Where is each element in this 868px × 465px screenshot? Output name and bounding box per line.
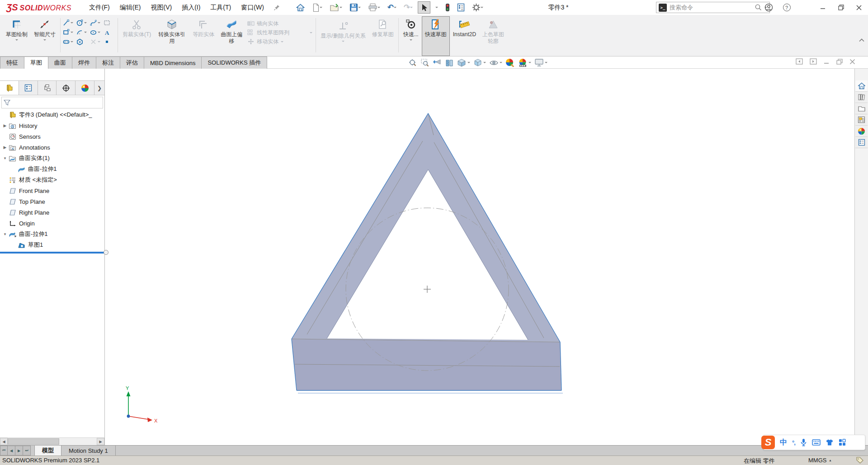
tab-features[interactable]: 特征	[0, 56, 24, 69]
displaymanager-tab[interactable]	[75, 81, 94, 95]
sogou-logo[interactable]: S	[761, 436, 775, 449]
convert-entities-button[interactable]: 转换实体引用	[154, 16, 189, 56]
view-settings-dropdown[interactable]	[545, 62, 547, 63]
menu-tools[interactable]: 工具(T)	[205, 0, 236, 15]
ime-keyboard-icon[interactable]	[812, 439, 821, 446]
ime-menu-icon[interactable]	[839, 439, 846, 446]
scroll-right-button[interactable]: ▶	[97, 438, 104, 445]
restore-button[interactable]	[832, 0, 850, 15]
smart-dimension-dropdown[interactable]	[43, 39, 46, 41]
menu-file[interactable]: 文件(F)	[84, 0, 115, 15]
tree-item-history[interactable]: ▶ History	[0, 120, 104, 131]
triangle-frame-face[interactable]	[292, 113, 560, 342]
tree-item-front-plane[interactable]: Front Plane	[0, 185, 104, 196]
zoom-to-fit-button[interactable]	[408, 58, 417, 67]
ime-skin-icon[interactable]	[826, 439, 834, 446]
property-manager-tab[interactable]	[19, 81, 38, 95]
select-button[interactable]	[418, 1, 430, 14]
new-document-button[interactable]	[310, 1, 325, 14]
spline-dropdown[interactable]	[98, 22, 100, 23]
doc-close-icon[interactable]	[849, 59, 855, 65]
prev-tab-button[interactable]: ◀	[8, 446, 15, 456]
print-dropdown[interactable]	[377, 7, 380, 8]
scroll-thumb[interactable]	[8, 438, 59, 445]
ime-punctuation-button[interactable]: °,	[792, 439, 795, 446]
arc-tool[interactable]	[75, 28, 89, 37]
rectangle-dropdown[interactable]	[71, 32, 73, 33]
scroll-track[interactable]	[8, 438, 97, 445]
tab-annotate[interactable]: 标注	[96, 56, 120, 69]
task-pane-home-button[interactable]	[855, 80, 868, 92]
scroll-left-button[interactable]: ◀	[0, 438, 8, 445]
minimize-button[interactable]	[814, 0, 832, 15]
arc-dropdown[interactable]	[84, 32, 87, 33]
motion-study-tab[interactable]: Motion Study 1	[61, 446, 116, 456]
slot-tool[interactable]	[62, 37, 75, 47]
tree-item-sensors[interactable]: Sensors	[0, 131, 104, 142]
circle-tool[interactable]	[75, 18, 89, 28]
sketch-picture-tool[interactable]	[103, 18, 116, 28]
menu-edit[interactable]: 编辑(E)	[115, 0, 146, 15]
view-orientation-button[interactable]	[457, 58, 470, 67]
tree-item-material[interactable]: 材质 <未指定>	[0, 174, 104, 185]
doc-minimize-icon[interactable]	[824, 59, 830, 65]
appearances-scenes-button[interactable]	[855, 126, 868, 137]
redo-button[interactable]: ↷	[401, 1, 415, 14]
dimxpert-manager-tab[interactable]	[57, 81, 75, 95]
ellipse-dropdown[interactable]	[98, 32, 100, 33]
menu-insert[interactable]: 插入(I)	[177, 0, 205, 15]
sketch-button[interactable]: 草图绘制	[3, 16, 31, 56]
panel-tabs-overflow[interactable]: ❯	[94, 81, 104, 95]
undo-dropdown[interactable]	[394, 7, 396, 8]
open-button[interactable]	[327, 1, 344, 14]
select-dropdown-button[interactable]	[433, 1, 440, 14]
doc-restore-icon[interactable]	[836, 59, 843, 65]
tree-horizontal-scrollbar[interactable]: ◀ ▶	[0, 437, 104, 445]
tab-sketch[interactable]: 草图	[24, 56, 48, 69]
help-button[interactable]: ?	[778, 0, 796, 15]
rebuild-button[interactable]	[443, 1, 452, 14]
tree-root[interactable]: 零件3 (Default) <<Default>_	[0, 109, 104, 120]
view-orientation-dropdown[interactable]	[467, 62, 470, 63]
apply-scene-dropdown[interactable]	[528, 62, 531, 63]
tree-item-surface-extrude-feature[interactable]: ▾ 曲面-拉伸1	[0, 229, 104, 240]
display-style-button[interactable]	[473, 58, 486, 67]
section-view-button[interactable]	[445, 58, 454, 67]
units-selector[interactable]: MMGS ▴	[808, 457, 831, 464]
edit-appearance-button[interactable]	[505, 58, 515, 67]
sketch-dropdown[interactable]	[15, 39, 18, 41]
collapse-right-pane-icon[interactable]	[810, 58, 817, 65]
save-button[interactable]	[347, 1, 363, 14]
tab-weldments[interactable]: 焊件	[72, 56, 96, 69]
tab-solidworks-addins[interactable]: SOLIDWORKS 插件	[202, 56, 267, 69]
menu-view[interactable]: 视图(V)	[146, 0, 177, 15]
design-library-button[interactable]	[855, 92, 868, 103]
slot-dropdown[interactable]	[71, 41, 73, 42]
smart-dimension-button[interactable]: 智能尺寸	[31, 16, 59, 56]
next-tab-button[interactable]: ▶	[15, 446, 23, 456]
quick-snaps-dropdown[interactable]	[410, 39, 412, 41]
display-style-dropdown[interactable]	[483, 62, 486, 63]
line-tool[interactable]	[62, 18, 75, 28]
rapid-sketch-button[interactable]: 快速草图	[422, 16, 450, 56]
tree-filter[interactable]	[1, 97, 103, 108]
user-account-button[interactable]	[760, 0, 778, 15]
instant2d-button[interactable]: Instant2D	[450, 16, 479, 56]
ellipse-tool[interactable]	[89, 28, 103, 37]
new-document-dropdown[interactable]	[320, 7, 322, 8]
hide-show-dropdown[interactable]	[500, 62, 502, 63]
surface-offset-button[interactable]: 曲面上偏移	[217, 16, 245, 56]
save-dropdown[interactable]	[358, 7, 361, 8]
model-tab[interactable]: 模型	[34, 446, 61, 456]
point-tool[interactable]	[103, 37, 116, 47]
rectangle-tool[interactable]	[62, 28, 75, 37]
spline-tool[interactable]	[89, 18, 103, 28]
ime-mode-button[interactable]: 中	[780, 438, 787, 447]
configuration-manager-tab[interactable]	[38, 81, 57, 95]
hide-show-items-button[interactable]	[489, 58, 502, 67]
rollback-handle[interactable]	[104, 250, 108, 255]
collapse-left-pane-icon[interactable]	[796, 58, 803, 65]
custom-properties-button[interactable]	[855, 137, 868, 148]
tab-surfaces[interactable]: 曲面	[48, 56, 72, 69]
ribbon-collapse-button[interactable]	[859, 38, 864, 42]
